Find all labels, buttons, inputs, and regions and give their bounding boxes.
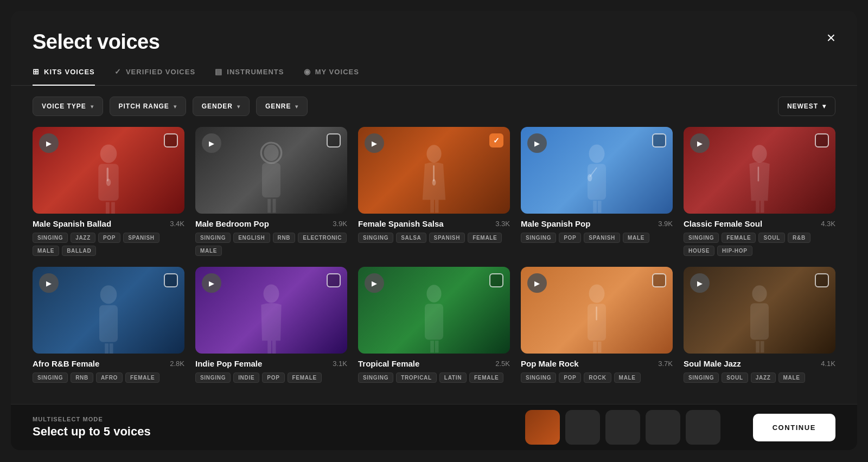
voice-tag: TROPICAL	[396, 373, 437, 383]
voice-tag: R&B	[788, 233, 810, 243]
svg-rect-14	[433, 165, 435, 182]
person-figure	[210, 140, 332, 214]
voice-card[interactable]: ▶ Male Spanish Ballad 3.4K SINGINGJAZZPO…	[33, 127, 184, 256]
svg-rect-8	[262, 163, 280, 198]
voice-card[interactable]: ▶ Pop Male Rock 3.7K SINGINGPOPROCKMALE	[521, 267, 673, 383]
close-button[interactable]: ×	[827, 30, 835, 46]
tab-instruments[interactable]: ▤ INSTRUMENTS	[215, 67, 284, 86]
card-checkbox[interactable]: ✓	[489, 133, 503, 147]
play-button[interactable]: ▶	[690, 273, 710, 293]
card-checkbox[interactable]	[489, 273, 503, 287]
card-count: 2.8K	[170, 360, 184, 368]
voice-tag: FEMALE	[722, 233, 756, 243]
play-button[interactable]: ▶	[202, 133, 221, 153]
play-button[interactable]: ▶	[202, 273, 221, 293]
svg-rect-2	[106, 202, 110, 214]
card-name: Male Spanish Pop	[521, 219, 590, 228]
card-name: Male Spanish Ballad	[33, 219, 111, 228]
card-tags: SINGINGFEMALESOULR&BHOUSEHIP-HOP	[684, 233, 835, 256]
voice-card[interactable]: ▶ Indie Pop Female 3.1K SINGINGINDIEPOPF…	[195, 267, 347, 383]
play-button[interactable]: ▶	[39, 273, 59, 293]
card-checkbox[interactable]	[327, 133, 341, 147]
card-name-row: Male Bedroom Pop 3.9K	[195, 219, 347, 228]
svg-rect-19	[598, 201, 602, 213]
continue-button[interactable]: CONTINUE	[753, 414, 835, 441]
pitch-range-filter[interactable]: PITCH RANGE ▾	[110, 97, 186, 116]
play-button[interactable]: ▶	[39, 133, 59, 153]
selected-slot-5	[686, 410, 720, 445]
voice-card[interactable]: ▶ Afro R&B Female 2.8K SINGINGRNBAFROFEM…	[33, 267, 184, 383]
card-checkbox[interactable]	[652, 133, 666, 147]
tab-my-voices[interactable]: ◉ MY VOICES	[304, 67, 359, 86]
filters-bar: VOICE TYPE ▾ PITCH RANGE ▾ GENDER ▾ GENR…	[11, 86, 857, 127]
person-figure	[210, 280, 332, 354]
multiselect-hint: Select up to 5 voices	[33, 425, 151, 439]
card-checkbox[interactable]	[652, 273, 666, 287]
voice-tag: SINGING	[195, 373, 231, 383]
genre-filter[interactable]: GENRE ▾	[256, 97, 308, 116]
play-button[interactable]: ▶	[365, 133, 384, 153]
tab-my-label: MY VOICES	[315, 68, 359, 76]
voice-tag: RNB	[71, 373, 93, 383]
play-button[interactable]: ▶	[365, 273, 384, 293]
card-name-row: Classic Female Soul 4.3K	[684, 219, 835, 228]
voice-tag: BALLAD	[62, 246, 96, 256]
selected-slot-2	[565, 410, 600, 445]
checkmark-icon: ✓	[493, 137, 500, 144]
chevron-down-icon: ▾	[174, 104, 177, 110]
card-thumbnail: ▶	[684, 127, 835, 214]
card-count: 2.5K	[495, 360, 510, 368]
tab-verified-voices[interactable]: ✓ VERIFIED VOICES	[114, 67, 195, 86]
card-info: Female Spanish Salsa 3.3K SINGINGSALSASP…	[358, 214, 510, 243]
card-checkbox[interactable]	[327, 273, 341, 287]
selected-slot-4	[646, 410, 680, 445]
svg-rect-13	[435, 200, 439, 213]
voice-card[interactable]: ▶ Male Spanish Pop 3.9K SINGINGPOPSPANIS…	[521, 127, 673, 256]
person-figure	[699, 140, 820, 214]
voice-type-filter[interactable]: VOICE TYPE ▾	[33, 97, 103, 116]
voice-type-label: VOICE TYPE	[42, 102, 86, 110]
person-figure	[373, 140, 495, 214]
voice-tag: SALSA	[396, 233, 426, 243]
voice-card[interactable]: ▶ ✓ Female Spanish Salsa 3.3K SINGINGSAL…	[358, 127, 510, 256]
voice-tag: ELECTRONIC	[298, 233, 347, 243]
card-checkbox[interactable]	[815, 273, 829, 287]
voice-tag: AFRO	[96, 373, 123, 383]
voice-tag: INDIE	[233, 373, 259, 383]
play-button[interactable]: ▶	[527, 133, 547, 153]
card-tags: SINGINGSALSASPANISHFEMALE	[358, 233, 510, 243]
svg-rect-44	[756, 341, 760, 352]
voice-card[interactable]: ▶ Male Bedroom Pop 3.9K SINGINGENGLISHRN…	[195, 127, 347, 256]
card-checkbox[interactable]	[815, 133, 829, 147]
voice-tag: HOUSE	[684, 246, 714, 256]
voice-tag: SPANISH	[429, 233, 465, 243]
voice-card[interactable]: ▶ Classic Female Soul 4.3K SINGINGFEMALE…	[684, 127, 835, 256]
gender-filter[interactable]: GENDER ▾	[193, 97, 250, 116]
svg-rect-17	[588, 164, 606, 200]
card-tags: SINGINGRNBAFROFEMALE	[33, 373, 184, 383]
voice-card[interactable]: ▶ Soul Male Jazz 4.1K SINGINGSOULJAZZMAL…	[684, 267, 835, 383]
card-tags: SINGINGJAZZPOPSPANISHMALEBALLAD	[33, 233, 184, 256]
card-tags: SINGINGPOPSPANISHMALE	[521, 233, 673, 243]
play-button[interactable]: ▶	[527, 273, 547, 293]
card-info: Tropical Female 2.5K SINGINGTROPICALLATI…	[358, 354, 510, 383]
card-checkbox[interactable]	[164, 133, 178, 147]
tab-kits-voices[interactable]: ⊞ KITS VOICES	[33, 67, 95, 86]
card-info: Soul Male Jazz 4.1K SINGINGSOULJAZZMALE	[684, 354, 835, 383]
play-button[interactable]: ▶	[690, 133, 710, 153]
svg-rect-39	[593, 342, 597, 352]
card-name-row: Afro R&B Female 2.8K	[33, 359, 184, 368]
voice-tag: SINGING	[195, 233, 231, 243]
voice-tag: MALE	[614, 373, 641, 383]
svg-rect-18	[593, 201, 597, 213]
voice-tag: RNB	[273, 233, 296, 243]
card-checkbox[interactable]	[164, 273, 178, 287]
sort-button[interactable]: NEWEST ▾	[778, 97, 835, 116]
voice-card[interactable]: ▶ Tropical Female 2.5K SINGINGTROPICALLA…	[358, 267, 510, 383]
bottom-bar: MULTISELECT MODE Select up to 5 voices C…	[11, 404, 857, 450]
svg-rect-3	[111, 202, 115, 214]
card-name-row: Female Spanish Salsa 3.3K	[358, 219, 510, 228]
voice-tag: MALE	[623, 233, 649, 243]
card-info: Classic Female Soul 4.3K SINGINGFEMALESO…	[684, 214, 835, 256]
card-thumbnail: ▶	[358, 267, 510, 354]
